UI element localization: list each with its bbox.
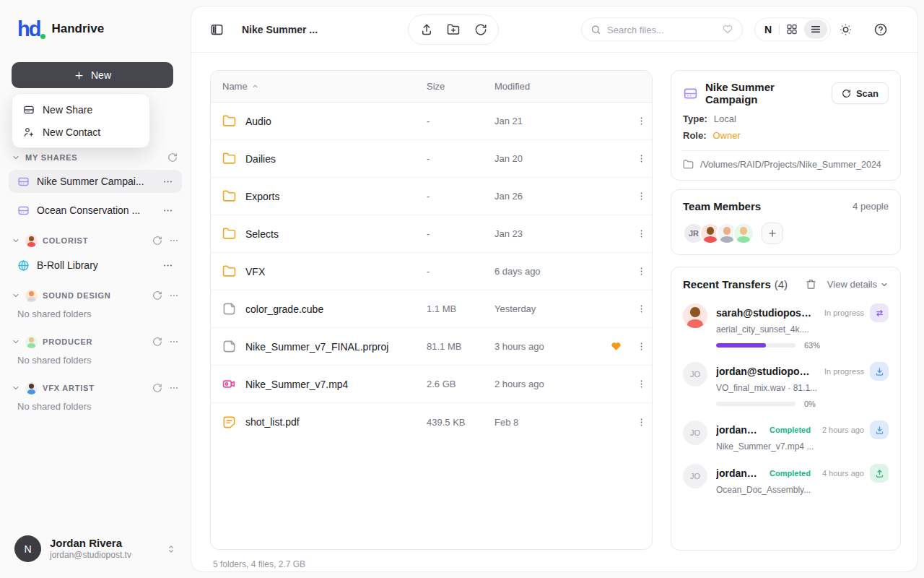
refresh-section-button[interactable]: [151, 289, 164, 302]
refresh-shares-button[interactable]: [166, 151, 179, 164]
clear-transfers-button[interactable]: [804, 277, 818, 291]
column-header-size[interactable]: Size: [427, 81, 494, 92]
divider: [779, 24, 780, 35]
section-sound-design[interactable]: SOUND DESIGN: [0, 288, 191, 303]
section-vfx-artist[interactable]: VFX ARTIST: [0, 381, 191, 395]
sort-asc-icon: [251, 82, 259, 90]
sort-letter-indicator[interactable]: N: [758, 24, 778, 35]
more-horizontal-icon[interactable]: [169, 383, 179, 393]
plus-icon: [767, 228, 777, 238]
search-icon: [590, 24, 601, 35]
list-icon: [810, 24, 821, 35]
upload-button[interactable]: [417, 20, 436, 39]
colorist-avatar: [25, 235, 38, 247]
refresh-section-button[interactable]: [151, 234, 164, 247]
download-transfer-button[interactable]: [870, 362, 889, 381]
more-horizontal-icon[interactable]: [169, 337, 179, 347]
folder-icon: [222, 152, 236, 165]
more-vertical-icon: [636, 341, 647, 352]
file-row-exports[interactable]: Exports - Jan 26: [211, 178, 652, 215]
section-producer[interactable]: PRODUCER: [0, 335, 191, 349]
row-menu-button[interactable]: [633, 376, 650, 392]
more-horizontal-icon[interactable]: [162, 176, 173, 187]
jordan-avatar: JO: [683, 362, 707, 387]
file-row-dailies[interactable]: Dailies - Jan 20: [211, 140, 652, 178]
row-menu-button[interactable]: [633, 338, 650, 355]
member-avatar[interactable]: [733, 223, 754, 244]
new-button[interactable]: New: [12, 62, 173, 88]
refresh-icon: [152, 337, 162, 347]
transfer-row: sarah@studiopost.tv In progress aerial_c…: [683, 303, 889, 350]
scan-button[interactable]: Scan: [832, 82, 889, 104]
column-header-modified[interactable]: Modified: [494, 81, 603, 92]
progress-bar: [716, 402, 796, 406]
file-row-selects[interactable]: Selects - Jan 23: [211, 215, 652, 253]
divider: [681, 150, 890, 151]
more-horizontal-icon[interactable]: [169, 290, 179, 301]
grid-view-button[interactable]: [780, 20, 803, 39]
recent-transfers-card: Recent Transfers (4) View details: [671, 267, 901, 551]
transfer-row: JO jordan@st... Completed 4 hours ago Oc…: [683, 464, 889, 495]
drive-icon: [17, 204, 30, 217]
drive-icon: [17, 176, 30, 188]
list-view-button[interactable]: [804, 20, 827, 39]
user-email: jordan@studiopost.tv: [50, 550, 131, 561]
panel-left-icon: [210, 22, 224, 36]
refresh-icon: [474, 23, 487, 36]
view-details-button[interactable]: View details: [827, 279, 889, 290]
section-my-shares[interactable]: MY SHARES: [0, 150, 191, 165]
file-row-pdf[interactable]: shot_list.pdf 439.5 KB Feb 8: [211, 403, 652, 441]
more-vertical-icon: [636, 191, 647, 202]
row-menu-button[interactable]: [633, 414, 650, 431]
menu-item-new-share[interactable]: New Share: [17, 98, 145, 121]
menu-item-new-contact[interactable]: New Contact: [17, 121, 145, 143]
favorites-filter-icon[interactable]: [722, 24, 733, 35]
chevron-down-icon: [12, 153, 20, 162]
row-menu-button[interactable]: [633, 150, 650, 167]
add-member-button[interactable]: [762, 223, 783, 244]
file-sticker-icon: [222, 302, 236, 316]
help-button[interactable]: [871, 20, 891, 40]
section-colorist[interactable]: COLORIST: [0, 233, 191, 248]
team-avatars: JR: [683, 223, 889, 244]
breadcrumb[interactable]: Nike Summer ...: [242, 24, 318, 35]
user-menu[interactable]: N Jordan Rivera jordan@studiopost.tv: [0, 524, 191, 578]
file-row-vfx[interactable]: VFX - 6 days ago: [211, 253, 652, 290]
row-menu-button[interactable]: [633, 225, 650, 242]
sidebar-item-broll-library[interactable]: B-Roll Library: [9, 254, 182, 277]
new-folder-button[interactable]: [444, 20, 463, 39]
search-input[interactable]: [607, 24, 716, 35]
upload-transfer-button[interactable]: [870, 464, 889, 483]
vfx-artist-avatar: [25, 382, 38, 394]
theme-toggle-button[interactable]: [836, 20, 855, 39]
transfers-count: (4): [775, 278, 788, 290]
row-menu-button[interactable]: [633, 263, 650, 280]
more-horizontal-icon[interactable]: [162, 260, 173, 271]
sarah-avatar: [683, 303, 707, 328]
sidebar-item-nike-summer[interactable]: Nike Summer Campai...: [9, 170, 182, 193]
help-circle-icon: [873, 22, 888, 37]
row-menu-button[interactable]: [633, 301, 650, 317]
refresh-section-button[interactable]: [151, 335, 164, 348]
folder-icon: [222, 114, 236, 128]
file-row-color-grade-cube[interactable]: color_grade.cube 1.1 MB Yesterday: [211, 290, 652, 328]
favorite-heart-icon[interactable]: [610, 340, 622, 353]
producer-avatar: [25, 336, 38, 348]
row-menu-button[interactable]: [633, 113, 650, 129]
folder-icon: [222, 189, 236, 203]
sidebar-toggle-button[interactable]: [207, 20, 227, 39]
sync-transfer-button[interactable]: [870, 303, 889, 322]
download-transfer-button[interactable]: [870, 420, 889, 439]
row-menu-button[interactable]: [633, 188, 650, 204]
more-horizontal-icon[interactable]: [169, 236, 179, 246]
chevron-down-icon: [12, 291, 20, 300]
column-header-name[interactable]: Name: [222, 81, 427, 92]
refresh-section-button[interactable]: [151, 381, 164, 394]
more-horizontal-icon[interactable]: [162, 205, 173, 216]
file-row-prproj[interactable]: Nike_Summer_v7_FINAL.prproj 81.1 MB 3 ho…: [211, 328, 652, 366]
transfer-email: jordan@studiopost.tv: [716, 366, 813, 377]
sidebar-item-ocean-conservation[interactable]: Ocean Conservation ...: [9, 199, 182, 222]
file-row-audio[interactable]: Audio - Jan 21: [211, 103, 652, 140]
file-row-mp4[interactable]: Nike_Summer_v7.mp4 2.6 GB 2 hours ago: [211, 366, 652, 403]
refresh-button[interactable]: [471, 20, 490, 39]
